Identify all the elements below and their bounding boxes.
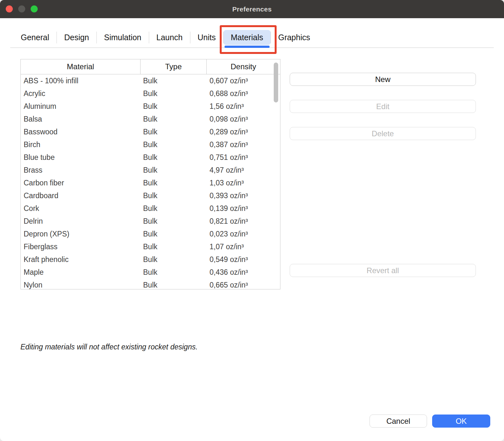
material-cell: Fiberglass (21, 243, 141, 251)
tab-launch[interactable]: Launch (149, 30, 190, 45)
type-cell: Bulk (141, 230, 207, 238)
material-cell: Cork (21, 204, 141, 213)
type-cell: Bulk (141, 140, 207, 149)
tab-design[interactable]: Design (57, 30, 96, 45)
material-cell: Carbon fiber (21, 179, 141, 187)
table-row[interactable]: BalsaBulk0,098 oz/in³ (21, 113, 280, 125)
scrollbar-thumb[interactable] (274, 63, 278, 102)
density-cell: 0,098 oz/in³ (207, 115, 280, 123)
titlebar: Preferences (0, 0, 504, 18)
density-cell: 0,387 oz/in³ (207, 140, 280, 149)
material-cell: Cardboard (21, 191, 141, 200)
density-cell: 0,821 oz/in³ (207, 217, 280, 226)
density-cell: 0,751 oz/in³ (207, 153, 280, 162)
window-title: Preferences (232, 5, 272, 13)
density-cell: 4,97 oz/in³ (207, 166, 280, 175)
table-row[interactable]: AluminumBulk1,56 oz/in³ (21, 100, 280, 113)
material-cell: Basswood (21, 128, 141, 136)
tab-graphics[interactable]: Graphics (271, 30, 317, 45)
type-cell: Bulk (141, 166, 207, 175)
type-cell: Bulk (141, 217, 207, 226)
material-cell: Birch (21, 140, 141, 149)
density-cell: 0,607 oz/in³ (207, 77, 280, 85)
tab-materials[interactable]: Materials (224, 30, 271, 45)
materials-table-body: ABS - 100% infillBulk0,607 oz/in³Acrylic… (21, 74, 280, 289)
type-cell: Bulk (141, 77, 207, 85)
density-cell: 1,07 oz/in³ (207, 243, 280, 251)
column-header-density[interactable]: Density (207, 59, 280, 74)
table-row[interactable]: NylonBulk0,665 oz/in³ (21, 279, 280, 289)
material-cell: Kraft phenolic (21, 255, 141, 264)
tab-simulation[interactable]: Simulation (97, 30, 149, 45)
density-cell: 0,289 oz/in³ (207, 128, 280, 136)
edit-button[interactable]: Edit (290, 100, 476, 113)
type-cell: Bulk (141, 281, 207, 289)
new-button[interactable]: New (290, 73, 476, 86)
tab-units[interactable]: Units (190, 30, 223, 45)
materials-note: Editing materials will not affect existi… (20, 343, 198, 351)
type-cell: Bulk (141, 243, 207, 251)
delete-button[interactable]: Delete (290, 127, 476, 140)
revert-all-button[interactable]: Revert all (290, 264, 476, 277)
close-button[interactable] (6, 5, 13, 12)
density-cell: 0,665 oz/in³ (207, 281, 280, 289)
density-cell: 0,139 oz/in³ (207, 204, 280, 213)
density-cell: 0,549 oz/in³ (207, 255, 280, 264)
tab-bar: GeneralDesignSimulationLaunchUnitsMateri… (10, 30, 494, 48)
traffic-lights (6, 5, 38, 12)
cancel-button[interactable]: Cancel (370, 415, 427, 428)
material-cell: Delrin (21, 217, 141, 226)
tab-bar-container: GeneralDesignSimulationLaunchUnitsMateri… (10, 18, 494, 48)
density-cell: 0,023 oz/in³ (207, 230, 280, 238)
density-cell: 1,56 oz/in³ (207, 102, 280, 111)
type-cell: Bulk (141, 255, 207, 264)
density-cell: 0,688 oz/in³ (207, 89, 280, 98)
minimize-button[interactable] (18, 5, 25, 12)
material-cell: Depron (XPS) (21, 230, 141, 238)
density-cell: 0,393 oz/in³ (207, 191, 280, 200)
column-header-type[interactable]: Type (141, 59, 207, 74)
type-cell: Bulk (141, 179, 207, 187)
material-cell: Aluminum (21, 102, 141, 111)
table-row[interactable]: MapleBulk0,436 oz/in³ (21, 266, 280, 279)
table-row[interactable]: BrassBulk4,97 oz/in³ (21, 164, 280, 176)
type-cell: Bulk (141, 115, 207, 123)
type-cell: Bulk (141, 89, 207, 98)
material-cell: Nylon (21, 281, 141, 289)
table-row[interactable]: DelrinBulk0,821 oz/in³ (21, 215, 280, 228)
zoom-button[interactable] (31, 5, 38, 12)
materials-table: Material Type Density ABS - 100% infillB… (20, 59, 280, 289)
table-row[interactable]: Blue tubeBulk0,751 oz/in³ (21, 151, 280, 164)
type-cell: Bulk (141, 191, 207, 200)
table-row[interactable]: Carbon fiberBulk1,03 oz/in³ (21, 176, 280, 189)
table-row[interactable]: BasswoodBulk0,289 oz/in³ (21, 125, 280, 138)
density-cell: 0,436 oz/in³ (207, 268, 280, 277)
type-cell: Bulk (141, 204, 207, 213)
material-cell: Brass (21, 166, 141, 175)
tab-general[interactable]: General (13, 30, 57, 45)
table-row[interactable]: AcrylicBulk0,688 oz/in³ (21, 87, 280, 100)
material-cell: Acrylic (21, 89, 141, 98)
table-row[interactable]: FiberglassBulk1,07 oz/in³ (21, 240, 280, 253)
type-cell: Bulk (141, 128, 207, 136)
column-header-material[interactable]: Material (21, 59, 141, 74)
table-row[interactable]: CorkBulk0,139 oz/in³ (21, 202, 280, 215)
table-row[interactable]: CardboardBulk0,393 oz/in³ (21, 189, 280, 202)
type-cell: Bulk (141, 268, 207, 277)
material-cell: Balsa (21, 115, 141, 123)
table-row[interactable]: Kraft phenolicBulk0,549 oz/in³ (21, 253, 280, 266)
density-cell: 1,03 oz/in³ (207, 179, 280, 187)
table-row[interactable]: BirchBulk0,387 oz/in³ (21, 138, 280, 151)
ok-button[interactable]: OK (432, 415, 490, 428)
type-cell: Bulk (141, 153, 207, 162)
table-row[interactable]: Depron (XPS)Bulk0,023 oz/in³ (21, 228, 280, 240)
material-cell: Blue tube (21, 153, 141, 162)
material-cell: ABS - 100% infill (21, 77, 141, 85)
table-row[interactable]: ABS - 100% infillBulk0,607 oz/in³ (21, 74, 280, 87)
preferences-window: Preferences GeneralDesignSimulationLaunc… (0, 0, 504, 441)
type-cell: Bulk (141, 102, 207, 111)
materials-table-header: Material Type Density (21, 59, 280, 74)
material-cell: Maple (21, 268, 141, 277)
